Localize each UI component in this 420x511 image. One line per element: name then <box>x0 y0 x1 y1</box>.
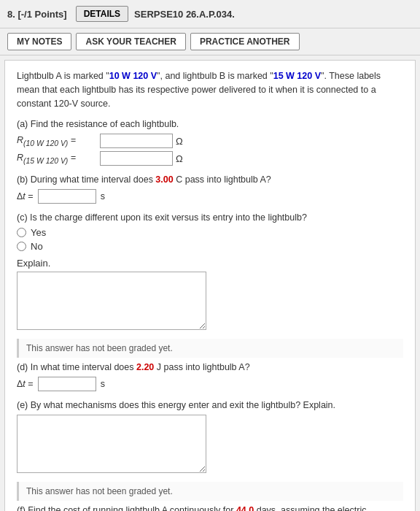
yes-label: Yes <box>31 227 46 238</box>
part-d-text1: (d) In what time interval does <box>17 362 136 372</box>
part-a-row2: R(15 W 120 V) = Ω <box>17 151 403 166</box>
unit-d: s <box>101 379 105 389</box>
r2-unit: Ω <box>176 153 183 164</box>
action-bar: MY NOTES ASK YOUR TEACHER PRACTICE ANOTH… <box>0 28 420 55</box>
part-e: (e) By what mechanisms does this energy … <box>17 400 403 473</box>
intro-text: Lightbulb A is marked "10 W 120 V", and … <box>17 69 403 110</box>
part-c-yes-row: Yes <box>17 227 403 238</box>
part-d-highlight: 2.20 <box>136 362 154 372</box>
delta-t-label-d: Δt = <box>17 379 34 389</box>
explain-textarea-e[interactable] <box>17 415 206 473</box>
practice-another-button[interactable]: PRACTICE ANOTHER <box>190 33 300 50</box>
radio-yes[interactable] <box>17 228 26 237</box>
problem-id: SERPSE10 26.A.P.034. <box>134 9 235 20</box>
r2-label: R(15 W 120 V) = <box>17 153 97 165</box>
no-label: No <box>31 241 43 252</box>
r1-sub: (10 W 120 V) <box>23 139 68 147</box>
radio-no[interactable] <box>17 242 26 251</box>
part-a: (a) Find the resistance of each lightbul… <box>17 119 403 166</box>
r1-input[interactable] <box>100 134 173 148</box>
r2-sub: (15 W 120 V) <box>23 157 68 165</box>
part-f-highlight: 44.0 <box>236 505 254 511</box>
points-label: 8. [-/1 Points] <box>7 9 67 20</box>
intro-highlight1: 10 W 120 V <box>109 71 157 81</box>
part-b-text1: (b) During what time interval does <box>17 174 155 185</box>
explain-textarea-c[interactable] <box>17 272 206 330</box>
part-f-text1: (f) Find the cost of running lightbulb A… <box>17 505 236 511</box>
part-b-input-row: Δt = s <box>17 189 403 204</box>
part-d-text2: J pass into lightbulb A? <box>154 362 249 372</box>
graded-msg-e: This answer has not been graded yet. <box>26 486 173 496</box>
part-c-no-row: No <box>17 241 403 252</box>
part-a-label: (a) Find the resistance of each lightbul… <box>17 119 403 129</box>
ask-teacher-button[interactable]: ASK YOUR TEACHER <box>76 33 185 50</box>
part-d: (d) In what time interval does 2.20 J pa… <box>17 362 403 391</box>
part-e-label: (e) By what mechanisms does this energy … <box>17 400 403 410</box>
part-c: (c) Is the charge different upon its exi… <box>17 212 403 330</box>
top-bar: 8. [-/1 Points] DETAILS SERPSE10 26.A.P.… <box>0 0 420 28</box>
part-a-row1: R(10 W 120 V) = Ω <box>17 134 403 148</box>
delta-t-input-b[interactable] <box>38 189 96 204</box>
delta-t-input-d[interactable] <box>38 377 96 391</box>
graded-msg-c: This answer has not been graded yet. <box>26 343 173 353</box>
graded-box-e: This answer has not been graded yet. <box>17 482 403 501</box>
part-f-label: (f) Find the cost of running lightbulb A… <box>17 505 403 511</box>
intro-part1: Lightbulb A is marked " <box>17 71 109 81</box>
r1-unit: Ω <box>176 136 183 147</box>
unit-b: s <box>101 191 105 201</box>
part-b-text2: C pass into lightbulb A? <box>174 174 271 185</box>
intro-part2: ", and lightbulb B is marked " <box>157 71 273 81</box>
part-f: (f) Find the cost of running lightbulb A… <box>17 505 403 511</box>
r1-label: R(10 W 120 V) = <box>17 135 97 147</box>
r2-input[interactable] <box>100 151 173 166</box>
part-c-label: (c) Is the charge different upon its exi… <box>17 212 403 223</box>
part-d-label: (d) In what time interval does 2.20 J pa… <box>17 362 403 372</box>
intro-highlight2: 15 W 120 V <box>273 71 321 81</box>
my-notes-button[interactable]: MY NOTES <box>7 33 71 50</box>
part-b: (b) During what time interval does 3.00 … <box>17 174 403 204</box>
delta-t-label-b: Δt = <box>17 191 34 201</box>
main-content: Lightbulb A is marked "10 W 120 V", and … <box>4 60 416 511</box>
explain-label: Explain. <box>17 258 50 269</box>
graded-box-c: This answer has not been graded yet. <box>17 339 403 358</box>
part-b-highlight: 3.00 <box>155 174 173 185</box>
part-d-input-row: Δt = s <box>17 377 403 391</box>
part-b-label: (b) During what time interval does 3.00 … <box>17 174 403 185</box>
details-button[interactable]: DETAILS <box>76 6 128 22</box>
